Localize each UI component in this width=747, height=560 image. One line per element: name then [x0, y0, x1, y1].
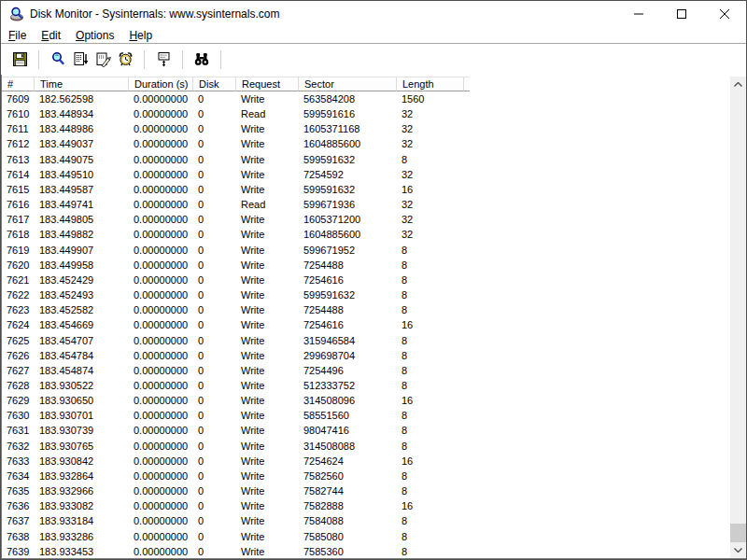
table-body: 7609 182.562598 0.00000000 0 Write 56358…	[2, 91, 730, 558]
menu-item[interactable]: Help	[121, 29, 160, 42]
cell-sector: 1604885600	[299, 136, 397, 151]
cell-length: 8	[397, 287, 464, 302]
cell-filler	[464, 393, 730, 408]
capture-button[interactable]	[47, 49, 69, 71]
table-row[interactable]: 7614 183.449510 0.00000000 0 Write 72545…	[2, 167, 730, 182]
table-row[interactable]: 7611 183.448986 0.00000000 0 Write 16053…	[2, 121, 730, 136]
autoscroll-icon	[73, 51, 89, 67]
cell-disk: 0	[193, 197, 236, 212]
cell-request: Write	[236, 152, 299, 167]
clear-button[interactable]	[92, 49, 114, 71]
cell-request: Write	[236, 439, 299, 454]
table-row[interactable]: 7625 183.454707 0.00000000 0 Write 31594…	[2, 333, 730, 348]
cell-time: 183.449882	[35, 227, 129, 242]
menu-item[interactable]: Edit	[34, 29, 68, 42]
column-header[interactable]: Length	[397, 77, 464, 91]
table-row[interactable]: 7628 183.930522 0.00000000 0 Write 51233…	[2, 378, 730, 393]
cell-time: 183.449741	[35, 197, 129, 212]
table-row[interactable]: 7634 183.932864 0.00000000 0 Write 75825…	[2, 469, 730, 483]
cell-sector: 7254616	[299, 317, 397, 332]
menu-bar: File Edit Options Help	[1, 27, 746, 44]
cell-request: Write	[236, 544, 299, 558]
table-row[interactable]: 7616 183.449741 0.00000000 0 Read 599671…	[2, 197, 730, 212]
cell-filler	[464, 363, 730, 378]
cell-length: 32	[397, 106, 464, 121]
vertical-scrollbar[interactable]	[730, 77, 746, 558]
minimize-button[interactable]	[617, 1, 660, 27]
table-row[interactable]: 7624 183.454669 0.00000000 0 Write 72546…	[2, 317, 730, 332]
cell-duration: 0.00000000	[129, 287, 193, 302]
cell-length: 8	[397, 378, 464, 393]
save-button[interactable]	[8, 49, 31, 71]
table-row[interactable]: 7619 183.449907 0.00000000 0 Write 59967…	[2, 243, 730, 258]
table-row[interactable]: 7620 183.449958 0.00000000 0 Write 72544…	[2, 258, 730, 273]
column-header[interactable]: Duration (s)	[129, 77, 193, 91]
cell-disk: 0	[193, 513, 236, 528]
cell-duration: 0.00000000	[129, 513, 193, 528]
cell-request: Write	[236, 273, 299, 287]
table-row[interactable]: 7621 183.452429 0.00000000 0 Write 72546…	[2, 273, 730, 287]
cell-request: Write	[236, 333, 299, 348]
cell-filler	[464, 91, 730, 106]
table-row[interactable]: 7632 183.930765 0.00000000 0 Write 31450…	[2, 439, 730, 454]
find-button[interactable]	[190, 49, 213, 71]
table-row[interactable]: 7636 183.933082 0.00000000 0 Write 75828…	[2, 498, 730, 513]
table-row[interactable]: 7618 183.449882 0.00000000 0 Write 16048…	[2, 227, 730, 242]
table-row[interactable]: 7615 183.449587 0.00000000 0 Write 59959…	[2, 182, 730, 197]
cell-disk: 0	[193, 121, 236, 136]
column-header[interactable]: Disk	[193, 77, 236, 91]
cell-time: 183.448934	[35, 106, 129, 121]
cell-disk: 0	[193, 227, 236, 242]
close-button[interactable]	[703, 1, 746, 27]
table-row[interactable]: 7626 183.454784 0.00000000 0 Write 29969…	[2, 348, 730, 363]
menu-item[interactable]: File	[1, 29, 34, 42]
maximize-button[interactable]	[660, 1, 703, 27]
history-depth-button[interactable]	[152, 49, 175, 71]
table-row[interactable]: 7612 183.449037 0.00000000 0 Write 16048…	[2, 136, 730, 151]
table-row[interactable]: 7610 183.448934 0.00000000 0 Read 599591…	[2, 106, 730, 121]
cell-time: 183.452493	[35, 287, 129, 302]
scroll-down-button[interactable]	[730, 542, 746, 558]
table-row[interactable]: 7631 183.930739 0.00000000 0 Write 98047…	[2, 423, 730, 438]
scroll-up-button[interactable]	[730, 77, 746, 92]
cell-request: Write	[236, 348, 299, 363]
column-header[interactable]: Request	[236, 77, 299, 91]
cell-request: Write	[236, 529, 299, 544]
cell-sector: 7254616	[299, 273, 397, 287]
table-row[interactable]: 7629 183.930650 0.00000000 0 Write 31450…	[2, 393, 730, 408]
table-row[interactable]: 7638 183.933286 0.00000000 0 Write 75850…	[2, 529, 730, 544]
cell-length: 8	[397, 469, 464, 483]
table-row[interactable]: 7633 183.930842 0.00000000 0 Write 72546…	[2, 454, 730, 469]
cell-disk: 0	[193, 544, 236, 558]
column-header[interactable]: Sector	[299, 77, 397, 91]
menu-item[interactable]: Options	[68, 29, 121, 42]
show-time-button[interactable]	[114, 49, 136, 71]
column-header[interactable]: Time	[35, 77, 129, 91]
table-row[interactable]: 7617 183.449805 0.00000000 0 Write 16053…	[2, 212, 730, 227]
table-row[interactable]: 7635 183.932966 0.00000000 0 Write 75827…	[2, 483, 730, 498]
save-icon	[12, 51, 28, 67]
cell-request: Write	[236, 182, 299, 197]
table-row[interactable]: 7623 183.452582 0.00000000 0 Write 72544…	[2, 302, 730, 317]
column-header[interactable]: #	[2, 77, 35, 91]
diskmon-magnifier-icon	[9, 7, 24, 21]
table-row[interactable]: 7630 183.930701 0.00000000 0 Write 58551…	[2, 408, 730, 423]
scrollbar-thumb[interactable]	[730, 524, 746, 542]
cell-filler	[464, 544, 730, 558]
table-row[interactable]: 7622 183.452493 0.00000000 0 Write 59959…	[2, 287, 730, 302]
table-row[interactable]: 7639 183.933453 0.00000000 0 Write 75853…	[2, 544, 730, 558]
table-row[interactable]: 7637 183.933184 0.00000000 0 Write 75840…	[2, 513, 730, 528]
cell-duration: 0.00000000	[129, 258, 193, 273]
cell-num: 7630	[2, 408, 35, 423]
cell-filler	[464, 333, 730, 348]
cell-num: 7612	[2, 136, 35, 151]
table-row[interactable]: 7609 182.562598 0.00000000 0 Write 56358…	[2, 91, 730, 106]
cell-time: 183.933082	[35, 498, 129, 513]
cell-num: 7611	[2, 121, 35, 136]
autoscroll-button[interactable]	[69, 49, 92, 71]
table-row[interactable]: 7613 183.449075 0.00000000 0 Write 59959…	[2, 152, 730, 167]
cell-num: 7627	[2, 363, 35, 378]
table-row[interactable]: 7627 183.454874 0.00000000 0 Write 72544…	[2, 363, 730, 378]
cell-num: 7631	[2, 423, 35, 438]
cell-duration: 0.00000000	[129, 152, 193, 167]
